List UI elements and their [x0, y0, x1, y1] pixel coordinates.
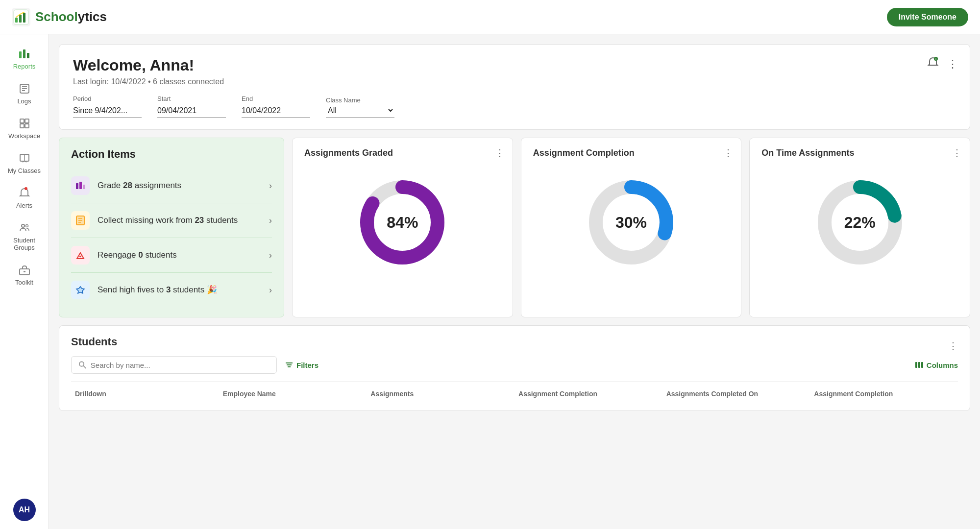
collect-icon: [71, 211, 90, 230]
sidebar: Reports Logs Workspace My Classes Alerts: [0, 34, 49, 529]
filters-button[interactable]: Filters: [285, 361, 318, 369]
alerts-icon: [18, 186, 31, 200]
assignments-graded-card: Assignments Graded ⋮ 84%: [292, 138, 513, 317]
my-classes-icon: [18, 151, 31, 165]
search-icon: [78, 361, 87, 369]
period-value[interactable]: Since 9/4/202...: [73, 104, 142, 118]
assignment-completion-more-button[interactable]: ⋮: [723, 147, 733, 159]
filters-label: Filters: [296, 361, 318, 369]
svg-rect-35: [79, 256, 81, 257]
assignments-graded-donut: 84%: [356, 176, 449, 269]
svg-rect-27: [76, 183, 78, 189]
action-item-grade[interactable]: Grade 28 assignments ›: [71, 168, 272, 203]
sidebar-item-logs[interactable]: Logs: [2, 77, 47, 110]
action-items-title: Action Items: [71, 148, 272, 161]
columns-button[interactable]: Columns: [915, 361, 958, 369]
on-time-assignments-donut: 22%: [813, 176, 906, 269]
students-title: Students: [71, 336, 117, 348]
svg-rect-49: [918, 362, 920, 368]
more-options-button[interactable]: ⋮: [947, 58, 958, 71]
svg-rect-13: [25, 119, 29, 123]
dashboard-row: Action Items Grade 28 assignments › Coll…: [59, 138, 970, 317]
on-time-assignments-card: On Time Assignments ⋮ 22%: [749, 138, 970, 317]
logs-icon: [18, 82, 31, 96]
logo-icon: [12, 8, 30, 26]
start-filter: Start 09/04/2021: [157, 95, 226, 118]
svg-point-20: [22, 224, 24, 227]
on-time-assignments-chart: 22%: [761, 166, 958, 279]
svg-rect-3: [19, 15, 22, 23]
col-drilldown: Drilldown: [71, 387, 219, 401]
sidebar-item-alerts[interactable]: Alerts: [2, 181, 47, 214]
svg-rect-7: [27, 53, 29, 58]
reports-label: Reports: [13, 63, 36, 70]
welcome-filters: Period Since 9/4/202... Start 09/04/2021…: [73, 95, 956, 118]
invite-someone-button[interactable]: Invite Someone: [887, 8, 968, 26]
logo-area: SchoolSchoolyticsytics: [12, 8, 107, 26]
end-label: End: [242, 95, 310, 102]
my-classes-label: My Classes: [8, 167, 41, 174]
notification-bell-button[interactable]: +: [927, 56, 939, 72]
grade-chevron: ›: [269, 181, 272, 191]
action-item-highfives[interactable]: Send high fives to 3 students 🎉 ›: [71, 273, 272, 307]
svg-rect-29: [83, 185, 85, 189]
main-layout: Reports Logs Workspace My Classes Alerts: [0, 34, 980, 529]
filters-icon: [285, 361, 294, 369]
svg-rect-14: [20, 124, 24, 128]
action-item-reengage[interactable]: Reengage 0 students ›: [71, 238, 272, 273]
logo-text: SchoolSchoolyticsytics: [35, 9, 107, 24]
svg-rect-50: [921, 362, 923, 368]
on-time-assignments-more-button[interactable]: ⋮: [952, 147, 962, 159]
student-search-wrap: [71, 356, 277, 374]
svg-line-44: [83, 366, 86, 368]
action-item-collect[interactable]: Collect missing work from 23 students ›: [71, 203, 272, 238]
sidebar-item-my-classes[interactable]: My Classes: [2, 146, 47, 179]
svg-rect-2: [15, 18, 18, 23]
assignments-graded-label: 84%: [387, 214, 418, 232]
start-value[interactable]: 09/04/2021: [157, 104, 226, 118]
columns-icon: [915, 361, 924, 369]
student-search-input[interactable]: [91, 361, 270, 369]
grade-text: Grade 28 assignments: [98, 180, 261, 192]
sidebar-item-student-groups[interactable]: Student Groups: [2, 216, 47, 256]
assignment-completion-title: Assignment Completion: [533, 148, 730, 158]
svg-rect-15: [25, 124, 29, 128]
class-name-select[interactable]: All: [326, 106, 394, 115]
collect-text: Collect missing work from 23 students: [98, 215, 261, 226]
period-filter: Period Since 9/4/202...: [73, 95, 142, 118]
welcome-title: Welcome, Anna!: [73, 56, 956, 74]
toolkit-label: Toolkit: [15, 279, 33, 286]
col-employee-name: Employee Name: [219, 387, 367, 401]
assignments-graded-more-button[interactable]: ⋮: [495, 147, 505, 159]
on-time-assignments-label: 22%: [844, 214, 876, 232]
main-content: + ⋮ Welcome, Anna! Last login: 10/4/2022…: [49, 34, 980, 529]
highfives-chevron: ›: [269, 285, 272, 295]
grade-icon: [71, 176, 90, 195]
col-assignment-completion: Assignment Completion: [514, 387, 662, 401]
student-groups-label: Student Groups: [5, 237, 44, 251]
svg-point-21: [25, 225, 28, 227]
svg-point-19: [24, 187, 27, 190]
class-name-label: Class Name: [326, 96, 394, 104]
reengage-text: Reengage 0 students: [98, 249, 261, 261]
welcome-card: + ⋮ Welcome, Anna! Last login: 10/4/2022…: [59, 44, 970, 130]
col-assignment-completion-2: Assignment Completion: [810, 387, 958, 401]
assignments-graded-title: Assignments Graded: [304, 148, 501, 158]
workspace-icon: [18, 117, 31, 130]
class-name-filter: Class Name All: [326, 96, 394, 118]
assignment-completion-label: 30%: [615, 214, 647, 232]
svg-rect-48: [915, 362, 917, 368]
students-more-button[interactable]: ⋮: [948, 340, 958, 352]
assignment-completion-donut: 30%: [585, 176, 678, 269]
sidebar-item-reports[interactable]: Reports: [2, 42, 47, 75]
sidebar-item-toolkit[interactable]: Toolkit: [2, 258, 47, 291]
col-assignments-completed-on: Assignments Completed On: [662, 387, 810, 401]
user-avatar[interactable]: AH: [13, 499, 36, 521]
reengage-icon: [71, 246, 90, 264]
welcome-actions: + ⋮: [927, 56, 958, 72]
svg-rect-4: [23, 13, 25, 23]
sidebar-item-workspace[interactable]: Workspace: [2, 112, 47, 144]
end-value[interactable]: 10/04/2022: [242, 104, 310, 118]
assignments-graded-chart: 84%: [304, 166, 501, 279]
toolkit-icon: [18, 263, 31, 277]
